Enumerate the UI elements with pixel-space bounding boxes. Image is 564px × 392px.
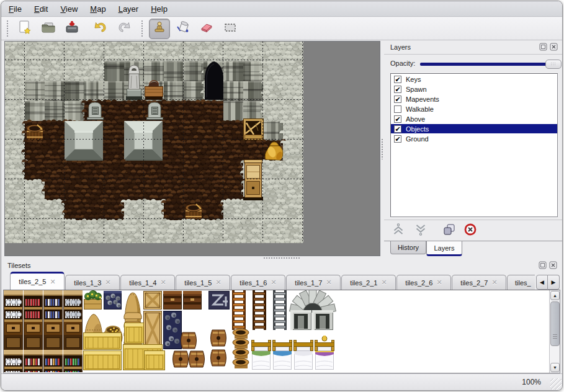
horizontal-splitter[interactable]: [1, 256, 562, 260]
duplicate-layer-button[interactable]: [441, 222, 457, 237]
scrollbar-thumb[interactable]: [550, 301, 560, 346]
layer-row-keys[interactable]: ✔Keys: [391, 74, 557, 84]
tileset-scrollbar[interactable]: ▲ ▼: [549, 290, 560, 373]
menu-item-layer[interactable]: Layer: [119, 4, 139, 14]
tileset-tab-label: tiles_1_3: [74, 279, 101, 287]
layer-row-objects[interactable]: ✔Objects: [391, 124, 557, 133]
tileset-tab-tiles_1_5[interactable]: tiles_1_5✕: [176, 275, 230, 290]
paint-bucket-icon: [175, 19, 191, 38]
opacity-label: Opacity:: [390, 60, 415, 67]
tilesets-dock: Tilesets tiles_2_5✕tiles_1_3✕tiles_1_4✕t…: [1, 260, 562, 374]
delete-layer-button[interactable]: [462, 222, 478, 237]
tileset-tab-tiles_1_7[interactable]: tiles_1_7✕: [286, 275, 341, 290]
layer-buttons-row: [384, 220, 563, 238]
layer-row-spawn[interactable]: ✔Spawn: [391, 84, 557, 94]
open-file-button[interactable]: [38, 19, 59, 39]
tileset-canvas[interactable]: [4, 290, 339, 372]
layer-visibility-checkbox[interactable]: ✔: [394, 135, 401, 143]
stamp-icon: [151, 19, 168, 38]
close-tab-icon[interactable]: ✕: [326, 278, 331, 287]
layer-visibility-checkbox[interactable]: [394, 105, 401, 113]
tileset-tab-label: tiles_2_5: [19, 278, 46, 285]
close-tab-icon[interactable]: ✕: [215, 278, 221, 287]
tileset-tab-bar: tiles_2_5✕tiles_1_3✕tiles_1_4✕tiles_1_5✕…: [10, 272, 535, 290]
opacity-slider-handle[interactable]: [545, 60, 562, 69]
map-canvas[interactable]: [5, 42, 303, 243]
close-tab-icon[interactable]: ✕: [381, 278, 387, 287]
tileset-tab-tiles[interactable]: tiles_: [507, 275, 535, 290]
tileset-tab-tiles_2_1[interactable]: tiles_2_1✕: [341, 275, 396, 290]
layer-visibility-checkbox[interactable]: ✔: [394, 86, 401, 93]
tileset-tab-tiles_2_5[interactable]: tiles_2_5✕: [10, 272, 65, 290]
layer-label: Objects: [406, 125, 429, 133]
fill-tool-button[interactable]: [172, 19, 194, 39]
eraser-tool-button[interactable]: [196, 19, 217, 39]
open-folder-icon: [40, 19, 56, 38]
close-tab-icon[interactable]: ✕: [160, 278, 166, 287]
close-tab-icon[interactable]: ✕: [491, 278, 497, 287]
tileset-tab-label: tiles_2_7: [460, 279, 488, 287]
layer-visibility-checkbox[interactable]: ✔: [394, 76, 401, 83]
tileset-tab-tiles_2_7[interactable]: tiles_2_7✕: [452, 275, 506, 290]
stamp-tool-button[interactable]: [149, 19, 170, 39]
layers-dock: Layers Opacity: ✔Keys✔Spawn✔MapeventsWal…: [384, 41, 563, 256]
app-window: FileEditViewMapLayerHelp: [1, 1, 563, 391]
select-tool-button[interactable]: [220, 19, 241, 39]
lower-layer-button[interactable]: [413, 222, 429, 237]
layer-row-walkable[interactable]: Walkable: [391, 104, 557, 114]
layer-label: Walkable: [406, 105, 434, 113]
scroll-up-button[interactable]: ▲: [550, 291, 560, 300]
layer-visibility-checkbox[interactable]: ✔: [394, 115, 401, 123]
scroll-tabs-left-button[interactable]: ◀: [536, 275, 548, 290]
tileset-tab-label: tiles_1_7: [295, 279, 322, 287]
close-tab-icon[interactable]: ✕: [271, 278, 276, 287]
new-file-button[interactable]: [14, 19, 35, 39]
layers-dock-title: Layers: [390, 43, 411, 51]
tileset-tab-tiles_2_6[interactable]: tiles_2_6✕: [396, 275, 451, 290]
layer-row-above[interactable]: ✔Above: [391, 114, 557, 123]
menu-item-help[interactable]: Help: [151, 4, 168, 14]
menu-item-map[interactable]: Map: [90, 4, 105, 14]
save-file-button[interactable]: [61, 19, 83, 39]
close-tab-icon[interactable]: ✕: [105, 278, 110, 287]
tileset-tab-tiles_1_6[interactable]: tiles_1_6✕: [231, 275, 285, 290]
map-canvas-view[interactable]: [4, 41, 380, 256]
dock-tab-bar: HistoryLayers: [384, 241, 563, 256]
tileset-tab-label: tiles_: [515, 279, 531, 287]
dock-tab-history[interactable]: History: [390, 241, 426, 254]
float-panel-button[interactable]: [539, 261, 547, 269]
tileset-tab-tiles_1_4[interactable]: tiles_1_4✕: [120, 275, 175, 290]
toolbar-drag-handle[interactable]: [6, 20, 9, 37]
tileset-content[interactable]: ▲ ▼: [3, 290, 560, 373]
menu-item-view[interactable]: View: [60, 4, 78, 14]
layer-visibility-checkbox[interactable]: ✔: [394, 96, 401, 103]
layer-label: Mapevents: [406, 96, 439, 103]
layer-row-ground[interactable]: ✔Ground: [391, 134, 557, 143]
layer-row-mapevents[interactable]: ✔Mapevents: [391, 94, 557, 104]
opacity-slider[interactable]: [420, 63, 554, 66]
menu-item-file[interactable]: File: [9, 4, 22, 14]
menu-bar: FileEditViewMapLayerHelp: [1, 1, 562, 17]
layer-label: Ground: [406, 135, 429, 143]
menu-item-edit[interactable]: Edit: [34, 4, 48, 14]
undo-button[interactable]: [90, 19, 111, 39]
close-tab-icon[interactable]: ✕: [436, 278, 442, 287]
raise-layer-button[interactable]: [390, 222, 406, 237]
eraser-icon: [199, 19, 215, 38]
tileset-tab-label: tiles_2_1: [350, 279, 377, 287]
close-panel-button[interactable]: [549, 261, 557, 269]
redo-button[interactable]: [114, 19, 135, 39]
scroll-tabs-right-button[interactable]: ▶: [548, 275, 560, 290]
close-panel-button[interactable]: [550, 43, 558, 51]
close-tab-icon[interactable]: ✕: [50, 278, 55, 286]
layer-visibility-checkbox[interactable]: ✔: [394, 125, 401, 133]
resize-grip[interactable]: [550, 378, 562, 390]
scroll-down-button[interactable]: ▼: [550, 363, 560, 372]
layer-list[interactable]: ✔Keys✔Spawn✔MapeventsWalkable✔Above✔Obje…: [390, 73, 558, 217]
new-file-icon: [17, 19, 33, 38]
dock-tab-layers[interactable]: Layers: [426, 241, 462, 256]
toolbar-drag-handle[interactable]: [141, 20, 144, 37]
tileset-tab-label: tiles_1_4: [129, 279, 156, 287]
float-panel-button[interactable]: [539, 43, 547, 51]
tileset-tab-tiles_1_3[interactable]: tiles_1_3✕: [65, 275, 120, 290]
